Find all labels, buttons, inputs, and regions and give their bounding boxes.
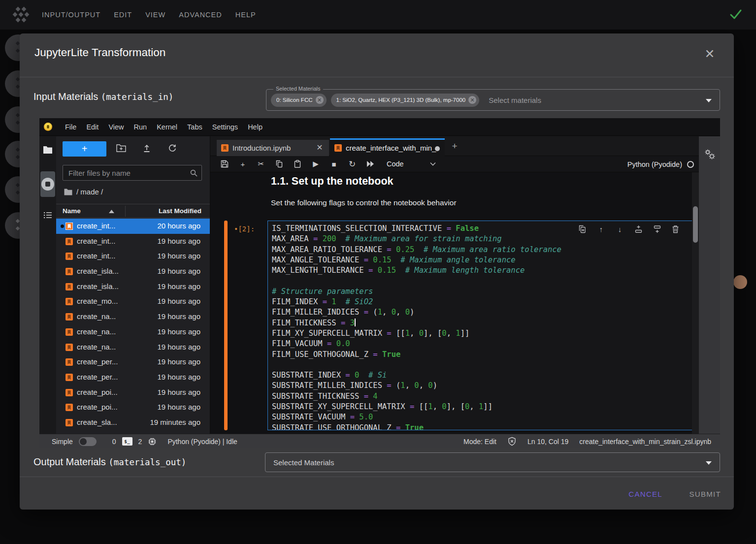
insert-cell-icon[interactable]: + (237, 159, 248, 169)
file-name: create_per... (77, 373, 118, 381)
stop-icon[interactable]: ■ (329, 159, 339, 169)
file-row[interactable]: create_isla...19 hours ago (56, 264, 210, 279)
column-last-modified[interactable]: Last Modified (159, 207, 201, 215)
chevron-down-icon[interactable] (706, 99, 712, 102)
copy-icon[interactable] (274, 159, 285, 169)
app-logo-icon[interactable] (12, 7, 28, 23)
chip-delete-icon[interactable]: ✕ (316, 96, 324, 104)
material-chip[interactable]: 1: SiO2, Quartz, HEX (P3_121) 3D (Bulk),… (331, 94, 480, 107)
jupyter-menu-file[interactable]: File (60, 123, 81, 131)
move-cell-down-icon[interactable]: ↓ (616, 225, 624, 233)
file-row[interactable]: create_na...19 hours ago (56, 324, 210, 340)
file-row[interactable]: create_na...19 hours ago (56, 309, 210, 324)
file-row[interactable]: create_mo...19 hours ago (56, 294, 210, 309)
move-cell-up-icon[interactable]: ↑ (597, 225, 605, 233)
file-row[interactable]: create_poi...19 hours ago (56, 385, 210, 400)
jupyter-menu-tabs[interactable]: Tabs (182, 123, 207, 131)
cell-type-select[interactable]: Code (387, 160, 404, 168)
file-row[interactable]: create_sla...19 minutes ago (56, 415, 210, 430)
cancel-button[interactable]: CANCEL (628, 487, 662, 500)
paste-icon[interactable] (292, 159, 303, 169)
file-row[interactable]: create_int...20 hours ago (56, 219, 210, 234)
terminals-count[interactable]: 0 (112, 438, 116, 446)
app-menu-item-help[interactable]: HELP (235, 11, 256, 19)
file-name: create_na... (77, 327, 116, 336)
output-materials-text: Output Materials (33, 456, 108, 467)
run-icon[interactable]: ▶ (310, 159, 321, 169)
material-chip[interactable]: 0: Silicon FCC✕ (271, 94, 327, 107)
file-name: create_na... (77, 312, 116, 320)
notebook-icon (66, 268, 73, 275)
kernels-count[interactable]: 2 (138, 438, 142, 446)
tab-introduction[interactable]: Introduction.ipynb ✕ (217, 140, 329, 156)
code-editor[interactable]: IS_TERMINATIONS_SELECTION_INTERACTIVE = … (267, 221, 692, 430)
check-icon[interactable] (729, 8, 742, 20)
cell-collapse-bar[interactable] (224, 221, 228, 430)
cursor-position[interactable]: Ln 10, Col 19 (527, 438, 568, 446)
app-menu-item-input-output[interactable]: INPUT/OUTPUT (42, 11, 100, 19)
notebook-scrollbar[interactable] (692, 172, 699, 434)
close-tab-icon[interactable]: ✕ (315, 143, 325, 153)
app-menu-item-advanced[interactable]: ADVANCED (179, 11, 222, 19)
save-icon[interactable] (219, 159, 230, 169)
upload-icon[interactable] (142, 144, 151, 153)
terminal-icon[interactable]: $_ (122, 437, 132, 446)
section-subtitle: Set the following flags to control the n… (271, 198, 457, 207)
file-row[interactable]: create_poi...19 hours ago (56, 400, 210, 415)
restart-kernel-icon[interactable]: ↻ (347, 159, 358, 169)
tab-create-interface[interactable]: create_interface_with_min_ (330, 138, 445, 156)
kernel-cpu-icon[interactable] (148, 437, 157, 446)
app-menu-item-edit[interactable]: EDIT (114, 11, 132, 19)
simple-mode-toggle[interactable] (79, 437, 97, 446)
cut-icon[interactable]: ✂ (256, 159, 266, 169)
filter-files-input[interactable] (63, 165, 201, 180)
jupyter-menu-run[interactable]: Run (129, 123, 152, 131)
selected-materials-field[interactable]: Selected Materials 0: Silicon FCC✕1: SiO… (266, 89, 720, 111)
new-launcher-button[interactable]: + (63, 141, 106, 157)
chip-delete-icon[interactable]: ✕ (468, 96, 476, 104)
table-of-contents-icon[interactable] (43, 211, 52, 219)
jupyter-menu-help[interactable]: Help (243, 123, 267, 131)
duplicate-cell-icon[interactable] (578, 225, 587, 233)
not-trusted-shield-icon[interactable] (507, 437, 517, 446)
property-inspector-icon[interactable] (704, 148, 716, 160)
file-row[interactable]: create_per...19 hours ago (56, 370, 210, 385)
restart-run-all-icon[interactable] (365, 159, 376, 169)
code-line: MAX_ANGLE_TOLERANCE = 0.15 # Maximum ang… (272, 255, 692, 265)
delete-cell-icon[interactable] (672, 225, 680, 233)
file-row[interactable]: create_per...19 hours ago (56, 354, 210, 370)
running-sessions-tab[interactable] (40, 171, 55, 197)
kernel-idle-icon[interactable] (687, 161, 694, 168)
file-modified: 19 minutes ago (150, 418, 200, 426)
scrollbar-thumb[interactable] (693, 206, 698, 243)
new-tab-button[interactable]: + (448, 141, 461, 153)
input-materials-label: Input Materials (materials_in) (33, 91, 173, 102)
refresh-icon[interactable] (168, 144, 177, 153)
file-row[interactable]: create_int...19 hours ago (56, 249, 210, 264)
jupyter-menu-settings[interactable]: Settings (207, 123, 243, 131)
app-menu-item-view[interactable]: VIEW (145, 11, 165, 19)
insert-cell-below-icon[interactable] (653, 225, 661, 233)
jupyter-menu-view[interactable]: View (103, 123, 129, 131)
breadcrumb[interactable]: / made / (64, 188, 103, 196)
notebook-icon (221, 144, 229, 152)
kernel-status[interactable]: Python (Pyodide) | Idle (167, 438, 237, 446)
file-row[interactable]: create_na...19 hours ago (56, 340, 210, 355)
select-materials-placeholder[interactable]: Select materials (489, 96, 541, 104)
kernel-name[interactable]: Python (Pyodide) (627, 160, 682, 168)
file-row[interactable]: create_int...19 hours ago (56, 234, 210, 249)
file-modified: 19 hours ago (157, 327, 200, 336)
folder-icon (64, 189, 72, 195)
close-icon[interactable]: ✕ (703, 47, 716, 60)
file-browser-icon[interactable] (43, 146, 53, 154)
submit-button[interactable]: SUBMIT (690, 487, 721, 500)
file-row[interactable]: create_isla...19 hours ago (56, 279, 210, 294)
jupyter-menu-kernel[interactable]: Kernel (152, 123, 182, 131)
jupyter-menu-edit[interactable]: Edit (81, 123, 103, 131)
column-name[interactable]: Name (63, 207, 81, 215)
material-chips: 0: Silicon FCC✕1: SiO2, Quartz, HEX (P3_… (266, 90, 541, 110)
output-materials-select[interactable]: Selected Materials (265, 452, 720, 472)
chevron-down-icon[interactable] (430, 162, 436, 166)
insert-cell-above-icon[interactable] (634, 225, 643, 233)
new-folder-icon[interactable] (116, 144, 126, 152)
